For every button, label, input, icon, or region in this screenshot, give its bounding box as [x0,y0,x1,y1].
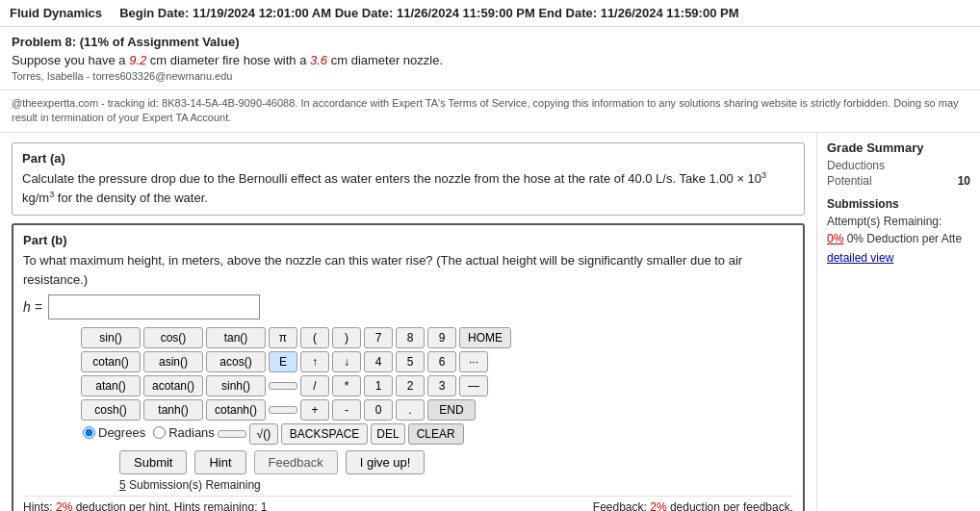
backspace-button[interactable]: BACKSPACE [281,423,368,445]
minus-button[interactable]: - [332,399,361,421]
submissions-panel-title: Submissions [827,197,970,211]
five-button[interactable]: 5 [396,351,425,372]
sinh-button[interactable]: sinh() [206,375,266,396]
radians-radio-label[interactable]: Radians [153,425,215,440]
cotan-button[interactable]: cotan() [81,351,141,372]
end-button[interactable]: END [427,399,476,421]
eight-button[interactable]: 8 [396,327,425,348]
degrees-label: Degrees [98,425,145,440]
hint-button[interactable]: Hint [194,450,245,474]
diameter2: 3.6 [310,53,327,67]
date-info: Begin Date: 11/19/2024 12:01:00 AM Due D… [119,6,738,20]
hints-count: 1 [261,500,268,511]
problem-text: Suppose you have a 9.2 cm diameter fire … [12,53,968,67]
deduction-pct: 0% [827,232,843,245]
h-label: h = [23,299,42,315]
diameter1: 9.2 [129,53,146,67]
submissions-count: 5 [119,478,126,492]
grade-summary-title: Grade Summary [827,141,970,155]
degrees-radio[interactable] [83,426,95,439]
problem-text-suffix: cm diameter nozzle. [327,53,443,67]
feedback-button[interactable]: Feedback [254,450,338,474]
cotanh-button[interactable]: cotanh() [206,399,266,421]
up-button[interactable]: ↑ [300,351,329,372]
pi-button[interactable]: π [269,327,297,348]
del-button[interactable]: DEL [371,423,404,445]
deduction-label: 0% 0% Deduction per Atte [827,230,970,247]
dash-button[interactable]: — [459,375,488,396]
atan-button[interactable]: atan() [81,375,141,396]
sqrt-button[interactable]: √() [249,423,278,445]
feedback-pct[interactable]: 2% [650,500,666,511]
empty1-button[interactable] [269,382,297,390]
e-button[interactable]: E [269,351,297,372]
tanh-button[interactable]: tanh() [143,399,203,421]
seven-button[interactable]: 7 [364,327,393,348]
sin-button[interactable]: sin() [81,327,141,348]
three-button[interactable]: 3 [427,375,456,396]
home-button[interactable]: HOME [459,327,511,348]
down-button[interactable]: ↓ [332,351,361,372]
tan-button[interactable]: tan() [206,327,266,348]
degrees-radio-label[interactable]: Degrees [83,425,145,440]
empty3-button[interactable] [218,430,246,438]
problem-text-mid: cm diameter fire hose with a [146,53,310,67]
detailed-view-link[interactable]: detailed view [827,251,893,265]
igiveup-button[interactable]: I give up! [346,450,426,474]
hints-info: Hints: 2% deduction per hint. Hints rema… [23,500,268,511]
six-button[interactable]: 6 [427,351,456,372]
acotan-button[interactable]: acotan() [143,375,203,396]
h-input[interactable] [48,294,260,319]
one-button[interactable]: 1 [364,375,393,396]
four-button[interactable]: 4 [364,351,393,372]
zero-button[interactable]: 0 [364,399,393,421]
radians-label: Radians [168,425,215,440]
cosh-button[interactable]: cosh() [81,399,141,421]
cos-button[interactable]: cos() [143,327,203,348]
part-b-label: Part (b) [23,233,793,247]
submit-button[interactable]: Submit [119,450,187,474]
close-paren-button[interactable]: ) [332,327,361,348]
plus-button[interactable]: + [300,399,329,421]
part-a-label: Part (a) [22,151,794,166]
radians-radio[interactable] [153,426,166,439]
dot-button[interactable]: . [396,399,425,421]
potential-value: 10 [958,174,970,188]
clear-button[interactable]: CLEAR [408,423,464,445]
attempt-label: Attempt(s) Remaining: [827,213,970,230]
ellipsis-button[interactable]: ··· [459,351,488,372]
open-paren-button[interactable]: ( [300,327,329,348]
tracking-notice: @theexpertta.com - tracking id: 8K83-14-… [0,90,980,133]
app-title: Fluid Dynamics [10,6,102,20]
hints-pct[interactable]: 2% [56,500,72,511]
multiply-button[interactable]: * [332,375,361,396]
divide-button[interactable]: / [300,375,329,396]
feedback-info: Feedback: 2% deduction per feedback. [593,500,793,511]
asin-button[interactable]: asin() [143,351,203,372]
submissions-remaining: 5 Submission(s) Remaining [119,478,793,492]
empty2-button[interactable] [269,406,297,414]
problem-title: Problem 8: (11% of Assignment Value) [12,35,968,49]
acos-button[interactable]: acos() [206,351,266,372]
potential-label: Potential [827,174,872,188]
author-line: Torres, Isabella - torres603326@newmanu.… [12,70,968,82]
two-button[interactable]: 2 [396,375,425,396]
part-a-text: Calculate the pressure drop due to the B… [22,169,794,208]
deductions-label: Deductions [827,159,885,172]
nine-button[interactable]: 9 [427,327,456,348]
problem-text-prefix: Suppose you have a [12,53,129,67]
part-b-text: To what maximum height, in meters, above… [23,251,793,289]
